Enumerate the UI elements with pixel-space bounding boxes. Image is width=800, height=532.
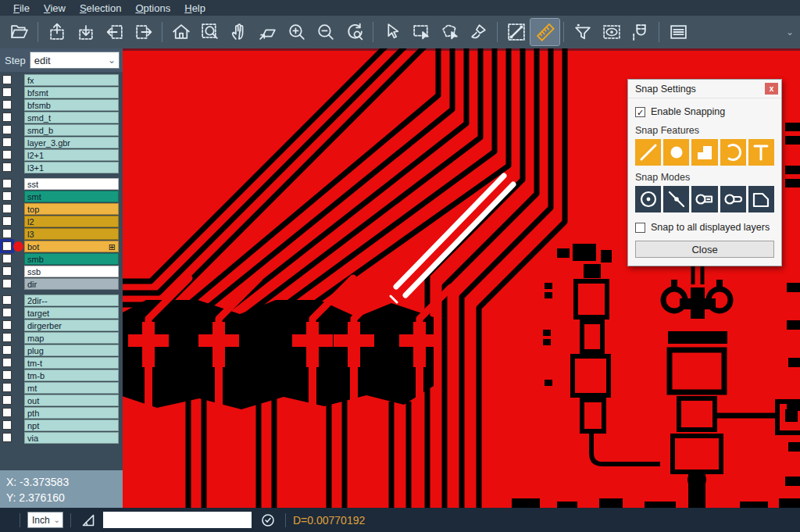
menu-view[interactable]: View <box>37 2 73 15</box>
layer-row-dir[interactable]: dir <box>0 278 123 290</box>
grid-icon[interactable]: ⊞ <box>109 241 116 252</box>
select-pointer-button[interactable] <box>377 19 406 45</box>
layer-visibility-checkbox[interactable] <box>2 162 12 172</box>
layer-name-cell[interactable]: layer_3.gbr <box>24 137 119 148</box>
layer-row-target[interactable]: target <box>0 307 123 319</box>
layer-visibility-checkbox[interactable] <box>2 100 12 109</box>
layer-name-cell[interactable]: top <box>24 203 119 215</box>
layer-visibility-checkbox[interactable] <box>2 179 12 188</box>
layer-row-l3[interactable]: l3 <box>0 228 123 240</box>
layer-name-cell[interactable]: bfsmt <box>24 87 119 98</box>
layer-name-cell[interactable]: npt <box>24 420 119 431</box>
layer-name-cell[interactable]: ssb <box>24 266 119 277</box>
layer-visibility-checkbox[interactable] <box>2 345 12 355</box>
filter-button[interactable] <box>568 19 597 45</box>
layer-name-cell[interactable]: pth <box>24 407 119 419</box>
layer-row-bfsmb[interactable]: bfsmb <box>0 99 123 111</box>
layer-row-pth[interactable]: pth <box>0 407 123 419</box>
move-up-button[interactable] <box>42 19 71 45</box>
layer-visibility-checkbox[interactable] <box>2 395 12 405</box>
layer-name-cell[interactable]: l3 <box>24 228 119 240</box>
layer-row-fx[interactable]: fx <box>0 74 123 86</box>
layer-visibility-checkbox[interactable] <box>2 295 12 305</box>
layer-visibility-checkbox[interactable] <box>2 137 12 147</box>
snap-surface-button[interactable] <box>691 139 717 166</box>
move-down-button[interactable] <box>71 19 100 45</box>
toolbar-overflow-chevron[interactable]: ⌄ <box>786 27 794 37</box>
enable-snapping-row[interactable]: ✓ Enable Snapping <box>635 105 774 119</box>
layer-name-cell[interactable]: smd_b <box>24 124 119 136</box>
open-file-button[interactable] <box>5 19 34 45</box>
home-view-button[interactable] <box>166 19 195 45</box>
layer-name-cell[interactable]: l2 <box>24 216 119 227</box>
close-icon[interactable]: x <box>765 83 778 95</box>
layer-name-cell[interactable]: bot⊞ <box>24 241 119 252</box>
layer-row-bfsmt[interactable]: bfsmt <box>0 87 123 98</box>
layer-name-cell[interactable]: plug <box>24 345 119 356</box>
layer-row-tm-b[interactable]: tm-b <box>0 370 123 381</box>
pan-button[interactable] <box>224 19 253 45</box>
layer-name-cell[interactable]: out <box>24 395 119 406</box>
layer-row-mt[interactable]: mt <box>0 382 123 394</box>
layer-name-cell[interactable]: smb <box>24 253 119 265</box>
zoom-out-button[interactable] <box>311 19 340 45</box>
layer-visibility-checkbox[interactable] <box>2 150 12 159</box>
layer-name-cell[interactable]: smd_t <box>24 112 119 123</box>
snap-arc-button[interactable] <box>720 139 746 166</box>
layer-name-cell[interactable]: tm-t <box>24 357 119 369</box>
layer-name-cell[interactable]: via <box>24 432 119 444</box>
ruler-measure-button[interactable] <box>530 19 559 45</box>
zoom-in-button[interactable] <box>282 19 311 45</box>
layer-visibility-checkbox[interactable] <box>2 320 12 330</box>
layer-visibility-checkbox[interactable] <box>2 408 12 417</box>
dialog-title-bar[interactable]: Snap Settings x <box>628 80 781 98</box>
layer-visibility-checkbox[interactable] <box>2 112 12 122</box>
layer-visibility-checkbox[interactable] <box>2 279 12 288</box>
measure-line-button[interactable] <box>502 19 530 45</box>
layer-visibility-checkbox[interactable] <box>2 308 12 317</box>
layer-name-cell[interactable]: target <box>24 307 119 319</box>
layer-row-map[interactable]: map <box>0 332 123 344</box>
layer-visibility-checkbox[interactable] <box>2 229 12 238</box>
layer-visibility-checkbox[interactable] <box>2 433 12 442</box>
layer-name-cell[interactable]: smt <box>24 191 119 202</box>
layer-row-smd_b[interactable]: smd_b <box>0 124 123 136</box>
select-rectangle-button[interactable] <box>406 19 435 45</box>
layer-name-cell[interactable]: dirgerber <box>24 320 119 331</box>
layer-visibility-checkbox[interactable] <box>2 420 12 430</box>
layer-row-layer_3.gbr[interactable]: layer_3.gbr <box>0 137 123 148</box>
layer-row-l3+1[interactable]: l3+1 <box>0 162 123 173</box>
pcb-canvas[interactable]: Snap Settings x ✓ Enable Snapping Snap F… <box>123 48 800 508</box>
layer-name-cell[interactable]: tm-b <box>24 370 119 381</box>
layer-visibility-checkbox[interactable] <box>2 358 12 367</box>
layer-row-top[interactable]: top <box>0 203 123 215</box>
snap-pad-entry-button[interactable] <box>691 186 717 212</box>
select-polygon-button[interactable] <box>435 19 464 45</box>
layer-name-cell[interactable]: bfsmb <box>24 99 119 111</box>
layer-name-cell[interactable]: l3+1 <box>24 162 119 173</box>
layer-visibility-checkbox[interactable] <box>2 191 12 201</box>
layer-visibility-checkbox[interactable] <box>2 75 12 84</box>
snap-settings-button[interactable] <box>626 19 655 45</box>
snap-all-layers-checkbox[interactable] <box>635 223 645 233</box>
menu-selection[interactable]: Selection <box>73 2 128 15</box>
layer-name-cell[interactable]: mt <box>24 382 119 394</box>
layer-row-plug[interactable]: plug <box>0 345 123 356</box>
menu-help[interactable]: Help <box>177 2 212 15</box>
layer-row-ssb[interactable]: ssb <box>0 266 123 277</box>
layer-row-out[interactable]: out <box>0 395 123 406</box>
snap-pad-exit-button[interactable] <box>720 186 746 212</box>
layer-row-2dir--[interactable]: 2dir-- <box>0 295 123 306</box>
zoom-previous-button[interactable] <box>340 19 369 45</box>
snap-center-button[interactable] <box>635 186 661 212</box>
layer-visibility-checkbox[interactable] <box>2 370 12 380</box>
layers-panel-button[interactable] <box>663 19 692 45</box>
snap-pad-button[interactable] <box>663 139 689 166</box>
layer-row-sst[interactable]: sst <box>0 178 123 190</box>
layer-visibility-checkbox[interactable] <box>2 383 12 392</box>
layer-name-cell[interactable]: map <box>24 332 119 344</box>
layer-row-via[interactable]: via <box>0 432 123 444</box>
dialog-close-button[interactable]: Close <box>635 241 774 258</box>
layer-visibility-checkbox[interactable] <box>2 333 12 342</box>
layer-visibility-checkbox[interactable] <box>2 125 12 134</box>
